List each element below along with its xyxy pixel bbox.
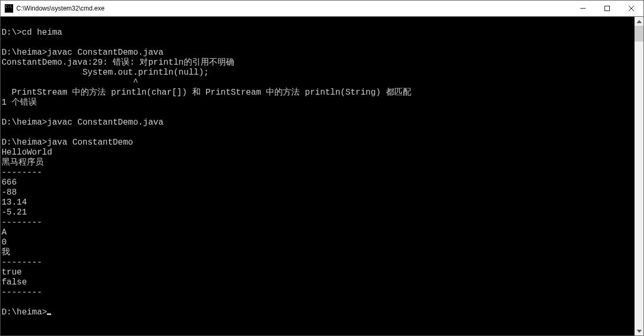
- close-button[interactable]: [619, 1, 643, 16]
- scrollbar-track[interactable]: [635, 26, 643, 327]
- chevron-up-icon: [637, 20, 642, 23]
- svg-rect-1: [605, 6, 610, 11]
- window-title: C:\Windows\system32\cmd.exe: [16, 5, 104, 12]
- minimize-icon: [580, 6, 586, 11]
- maximize-button[interactable]: [595, 1, 619, 16]
- chevron-down-icon: [637, 330, 642, 333]
- close-icon: [629, 6, 634, 11]
- cmd-icon: [5, 4, 13, 13]
- terminal-output[interactable]: D:\>cd heima D:\heima>javac ConstantDemo…: [1, 17, 635, 335]
- terminal-container: D:\>cd heima D:\heima>javac ConstantDemo…: [1, 17, 643, 335]
- scrollbar-up-button[interactable]: [635, 17, 643, 26]
- window-titlebar: C:\Windows\system32\cmd.exe: [1, 1, 643, 17]
- terminal-cursor: [47, 313, 51, 315]
- svg-marker-4: [637, 20, 642, 23]
- maximize-icon: [605, 6, 610, 11]
- svg-marker-5: [637, 330, 642, 333]
- scrollbar-down-button[interactable]: [635, 327, 643, 335]
- minimize-button[interactable]: [571, 1, 595, 16]
- vertical-scrollbar[interactable]: [635, 17, 643, 335]
- scrollbar-thumb[interactable]: [635, 26, 643, 42]
